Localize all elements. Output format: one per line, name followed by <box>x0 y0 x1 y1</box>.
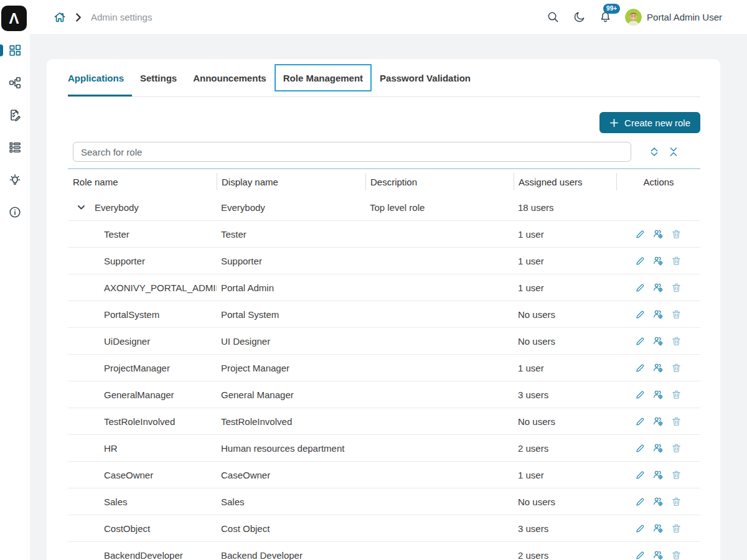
table-row[interactable]: HR Human resources department 2 users <box>68 435 700 462</box>
display-name: Backend Developer <box>217 550 365 560</box>
assigned-users: 3 users <box>514 390 616 400</box>
collapse-all-button[interactable] <box>668 146 679 157</box>
sidebar-item-cases[interactable] <box>0 141 30 154</box>
delete-role-button[interactable] <box>671 470 682 480</box>
create-new-role-button[interactable]: Create new role <box>599 112 700 133</box>
assign-users-button[interactable] <box>653 309 664 320</box>
sidebar-item-processes[interactable] <box>0 76 30 90</box>
edit-role-button[interactable] <box>635 282 646 293</box>
table-row[interactable]: Tester Tester 1 user <box>68 221 700 248</box>
table-row[interactable]: Supporter Supporter 1 user <box>68 248 700 274</box>
admin-settings-card: Applications Settings Announcements Role… <box>47 59 720 560</box>
search-icon <box>547 11 560 24</box>
role-search-input[interactable] <box>73 142 631 162</box>
role-name: ProjectManager <box>104 363 170 373</box>
collapse-all-icon <box>668 146 679 157</box>
assign-users-button[interactable] <box>653 336 664 347</box>
tab-applications[interactable]: Applications <box>68 59 132 96</box>
delete-role-button[interactable] <box>671 550 682 560</box>
home-icon[interactable] <box>54 11 66 24</box>
delete-role-button[interactable] <box>671 229 682 240</box>
dark-mode-toggle[interactable] <box>573 11 586 24</box>
assign-users-button[interactable] <box>653 523 664 534</box>
delete-role-button[interactable] <box>671 416 682 427</box>
row-expander[interactable] <box>76 202 87 213</box>
column-header-role-name: Role name <box>68 173 217 190</box>
user-menu[interactable]: Portal Admin User <box>625 9 722 26</box>
users-gear-icon <box>653 523 664 534</box>
tab-announcements[interactable]: Announcements <box>185 59 275 96</box>
edit-role-button[interactable] <box>635 416 646 427</box>
assign-users-button[interactable] <box>653 550 664 560</box>
pencil-icon <box>635 282 646 293</box>
table-row[interactable]: CostObject Cost Object 3 users <box>68 515 700 542</box>
users-gear-icon <box>653 309 664 320</box>
sidebar-item-insights[interactable] <box>0 173 30 187</box>
table-row[interactable]: PortalSystem Portal System No users <box>68 301 700 328</box>
pencil-icon <box>635 470 646 480</box>
edit-role-button[interactable] <box>635 550 646 560</box>
pencil-icon <box>635 550 646 560</box>
search-button[interactable] <box>547 11 560 24</box>
delete-role-button[interactable] <box>671 443 682 454</box>
avatar <box>625 9 642 26</box>
assign-users-button[interactable] <box>653 363 664 373</box>
table-row[interactable]: TestRoleInvolved TestRoleInvolved No use… <box>68 408 700 435</box>
sidebar-item-tasks[interactable] <box>0 108 30 122</box>
assign-users-button[interactable] <box>653 390 664 400</box>
delete-role-button[interactable] <box>671 497 682 507</box>
delete-role-button[interactable] <box>671 523 682 534</box>
delete-role-button[interactable] <box>671 282 682 293</box>
tab-settings[interactable]: Settings <box>132 59 185 96</box>
edit-role-button[interactable] <box>635 256 646 266</box>
delete-role-button[interactable] <box>671 336 682 347</box>
table-row[interactable]: CaseOwner CaseOwner 1 user <box>68 462 700 488</box>
expand-all-button[interactable] <box>649 146 660 157</box>
notification-count-badge: 99+ <box>603 4 620 14</box>
breadcrumb: Admin settings <box>54 11 152 24</box>
assign-users-button[interactable] <box>653 470 664 480</box>
tab-label: Password Validation <box>380 73 471 83</box>
edit-role-button[interactable] <box>635 229 646 240</box>
role-search-toolbar <box>68 136 700 169</box>
assign-users-button[interactable] <box>653 416 664 427</box>
assigned-users: 1 user <box>514 363 616 373</box>
assign-users-button[interactable] <box>653 443 664 454</box>
assign-users-button[interactable] <box>653 497 664 507</box>
table-row[interactable]: Sales Sales No users <box>68 488 700 515</box>
edit-role-button[interactable] <box>635 363 646 373</box>
role-name: HR <box>104 443 118 454</box>
edit-role-button[interactable] <box>635 470 646 480</box>
delete-role-button[interactable] <box>671 363 682 373</box>
assigned-users: No users <box>514 336 616 347</box>
table-row[interactable]: Everybody Everybody Top level role 18 us… <box>68 194 700 221</box>
tab-role-management[interactable]: Role Management <box>275 64 372 91</box>
user-name: Portal Admin User <box>647 12 722 22</box>
sidebar-item-dashboard[interactable] <box>0 44 30 57</box>
table-row[interactable]: UiDesigner UI Designer No users <box>68 328 700 355</box>
assign-users-button[interactable] <box>653 229 664 240</box>
notifications-button[interactable]: 99+ <box>599 11 612 24</box>
table-row[interactable]: GeneralManager General Manager 3 users <box>68 381 700 408</box>
assign-users-button[interactable] <box>653 256 664 266</box>
tab-label: Role Management <box>283 73 363 83</box>
table-row[interactable]: BackendDeveloper Backend Developer 2 use… <box>68 542 700 560</box>
users-gear-icon <box>653 363 664 373</box>
edit-role-button[interactable] <box>635 523 646 534</box>
edit-role-button[interactable] <box>635 497 646 507</box>
assign-users-button[interactable] <box>653 282 664 293</box>
app-logo[interactable]: Λ <box>1 6 27 31</box>
sidebar-item-info[interactable] <box>0 205 30 219</box>
table-row[interactable]: AXONIVY_PORTAL_ADMIN Portal Admin 1 user <box>68 274 700 301</box>
delete-role-button[interactable] <box>671 390 682 400</box>
assigned-users: No users <box>514 497 616 507</box>
edit-role-button[interactable] <box>635 443 646 454</box>
edit-role-button[interactable] <box>635 390 646 400</box>
display-name: Sales <box>217 497 365 507</box>
table-row[interactable]: ProjectManager Project Manager 1 user <box>68 355 700 381</box>
edit-role-button[interactable] <box>635 336 646 347</box>
edit-role-button[interactable] <box>635 309 646 320</box>
delete-role-button[interactable] <box>671 309 682 320</box>
delete-role-button[interactable] <box>671 256 682 266</box>
tab-password-validation[interactable]: Password Validation <box>372 59 479 96</box>
